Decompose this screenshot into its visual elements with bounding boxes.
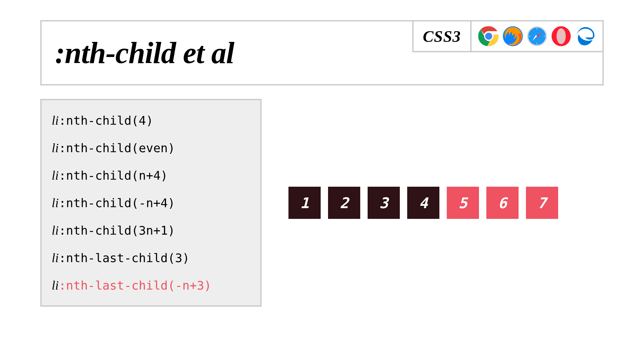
browser-support-row — [470, 21, 602, 52]
code-element: li — [52, 223, 59, 237]
opera-icon — [551, 26, 572, 47]
svg-point-14 — [556, 28, 566, 44]
list-item-selected: 7 — [526, 187, 558, 219]
code-pseudo: :nth-last-child(-n+3) — [59, 279, 211, 292]
code-line: li:nth-child(-n+4) — [52, 195, 250, 210]
list-item: 2 — [328, 187, 360, 219]
code-pseudo: :nth-child(3n+1) — [59, 224, 175, 237]
chrome-icon — [478, 26, 499, 47]
slide-header: :nth-child et al CSS3 — [40, 20, 604, 85]
safari-icon — [527, 26, 547, 47]
code-element: li — [52, 196, 59, 210]
title-cell: :nth-child et al — [42, 21, 412, 84]
code-line: li:nth-child(4) — [52, 113, 250, 128]
code-pseudo: :nth-last-child(3) — [59, 251, 190, 265]
code-line: li:nth-child(n+4) — [52, 168, 250, 183]
list-item-selected: 5 — [447, 187, 479, 219]
slide: :nth-child et al CSS3 li:nth-child(4 — [0, 0, 644, 362]
code-element: li — [52, 251, 59, 265]
code-pseudo: :nth-child(4) — [59, 114, 153, 127]
demo-area: 1 2 3 4 5 6 7 — [288, 99, 604, 307]
code-line: li:nth-last-child(3) — [52, 250, 250, 265]
code-panel: li:nth-child(4) li:nth-child(even) li:nt… — [40, 99, 262, 307]
code-element: li — [52, 278, 59, 292]
list-item: 3 — [368, 187, 400, 219]
edge-icon — [575, 26, 596, 47]
badge-label: CSS3 — [423, 27, 461, 46]
code-element: li — [52, 168, 59, 182]
code-line: li:nth-child(3n+1) — [52, 223, 250, 238]
code-line-active: li:nth-last-child(-n+3) — [52, 278, 250, 293]
slide-title: :nth-child et al — [55, 36, 234, 70]
box-row: 1 2 3 4 5 6 7 — [288, 187, 558, 219]
code-element: li — [52, 141, 59, 155]
svg-point-2 — [485, 33, 492, 40]
list-item: 1 — [288, 187, 321, 219]
code-pseudo: :nth-child(n+4) — [59, 169, 168, 182]
code-pseudo: :nth-child(even) — [59, 141, 175, 155]
list-item: 4 — [407, 187, 439, 219]
list-item-selected: 6 — [486, 187, 519, 219]
code-pseudo: :nth-child(-n+4) — [59, 196, 175, 210]
code-element: li — [52, 113, 59, 127]
slide-body: li:nth-child(4) li:nth-child(even) li:nt… — [40, 99, 604, 307]
css-version-badge: CSS3 — [412, 21, 470, 52]
firefox-icon — [502, 26, 523, 47]
code-line: li:nth-child(even) — [52, 140, 250, 155]
